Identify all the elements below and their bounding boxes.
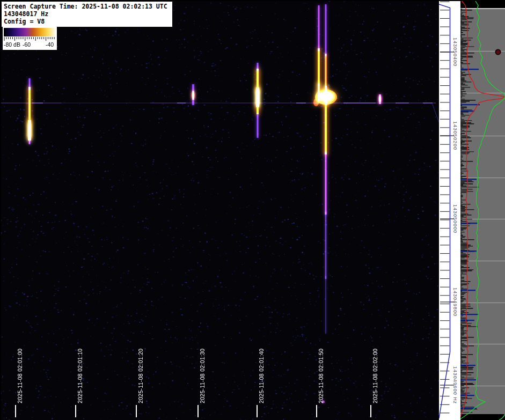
time-label: 2025-11-08 02:01:50 [318, 349, 324, 403]
info-box: Screen Capture Time: 2025-11-08 02:02:13… [1, 1, 173, 27]
colorbar-labels: -80 dB-60-40 [3, 41, 57, 49]
time-tick [197, 405, 199, 417]
colorbar-label: -80 dB [4, 41, 20, 48]
time-label: 2025-11-08 02:01:40 [258, 349, 265, 403]
time-tick [136, 405, 137, 417]
time-tick [316, 405, 317, 417]
time-label: 2025-11-08 02:02:00 [372, 349, 378, 403]
frequency-label: 143050200 [452, 121, 458, 150]
colorbar: -80 dB-60-40 [3, 27, 57, 50]
colorbar-label: -40 [46, 41, 54, 48]
time-tick [370, 405, 371, 417]
time-label: 2025-11-08 02:01:30 [199, 349, 206, 403]
time-label: 2025-11-08 02:01:00 [17, 349, 23, 403]
frequency-label: 143049600 Hz [452, 366, 458, 404]
time-tick [257, 405, 258, 417]
colorbar-ruler [4, 37, 56, 41]
colorbar-gradient [4, 28, 56, 36]
speclab-window: 2025-11-08 02:01:002025-11-08 02:01:1020… [0, 0, 505, 420]
spectrum-panel-canvas [460, 0, 505, 420]
frequency-text: 143048017 Hz [4, 10, 170, 18]
time-tick [75, 405, 76, 417]
time-label: 2025-11-08 02:01:20 [137, 349, 144, 403]
capture-time-text: Screen Capture Time: 2025-11-08 02:02:13… [4, 3, 170, 10]
colorbar-label: -60 [23, 41, 31, 48]
config-text: Config = V8 [4, 18, 170, 25]
frequency-label: 143050400 [452, 38, 458, 67]
frequency-label: 143050000 [452, 204, 458, 233]
time-label: 2025-11-08 02:01:10 [77, 349, 83, 403]
frequency-label: 143049800 [452, 288, 458, 316]
time-tick [15, 405, 16, 417]
